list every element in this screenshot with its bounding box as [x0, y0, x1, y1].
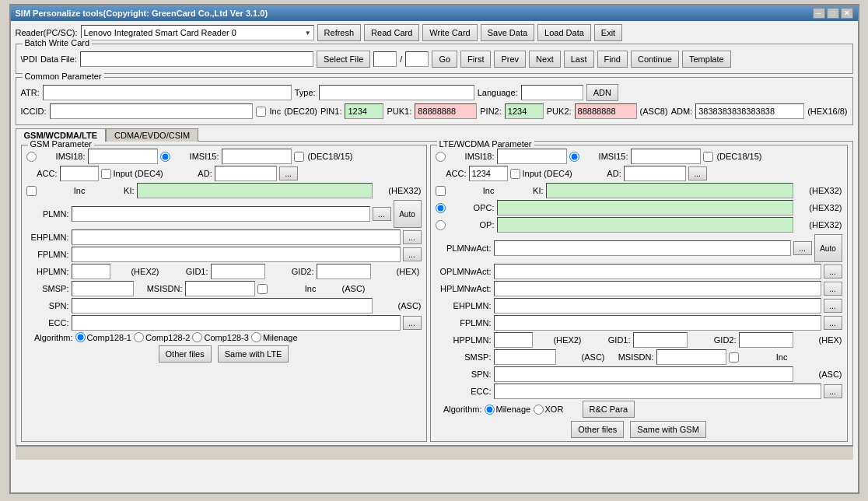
batch-current-input[interactable] [373, 51, 397, 67]
gsm-comp1283-radio[interactable] [192, 332, 202, 342]
gsm-ehplmn-input[interactable] [72, 229, 401, 245]
gsm-fplmn-ellipsis-button[interactable]: ... [403, 247, 422, 261]
lte-opc-input[interactable] [497, 200, 793, 215]
lte-imsi18-input[interactable] [497, 149, 567, 164]
lte-ehplmn-ellipsis-button[interactable]: ... [824, 299, 842, 313]
refresh-button[interactable]: Refresh [317, 24, 362, 41]
maximize-button[interactable]: □ [827, 8, 839, 19]
gsm-imsi15-radio[interactable] [160, 152, 170, 162]
exit-button[interactable]: Exit [594, 24, 622, 41]
gsm-imsi18-radio[interactable] [26, 152, 37, 162]
lte-inc-ki-checkbox[interactable] [436, 186, 446, 196]
gsm-inc-ki-checkbox[interactable] [26, 186, 37, 196]
gsm-imsi15-input[interactable] [222, 149, 292, 164]
gsm-other-files-button[interactable]: Other files [159, 345, 212, 363]
gsm-inc-checkbox[interactable] [294, 152, 304, 162]
lte-op-radio[interactable] [436, 220, 446, 230]
lte-plmnwact-ellipsis-button[interactable]: ... [793, 241, 812, 255]
lte-ki-input[interactable] [546, 183, 793, 198]
gsm-plmn-ellipsis-button[interactable]: ... [373, 207, 391, 221]
go-button[interactable]: Go [432, 51, 457, 68]
iccid-checkbox[interactable] [256, 107, 266, 117]
lte-rnc-para-button[interactable]: R&C Para [583, 401, 635, 418]
select-file-button[interactable]: Select File [317, 51, 370, 68]
lte-gid1-input[interactable] [633, 332, 688, 348]
pin2-input[interactable] [505, 103, 544, 119]
gsm-milenage-radio[interactable] [251, 332, 261, 342]
gsm-fplmn-input[interactable] [72, 247, 401, 262]
lte-hpplmn-input[interactable] [494, 332, 533, 348]
save-data-button[interactable]: Save Data [481, 24, 534, 41]
lte-imsi15-radio[interactable] [569, 152, 579, 162]
gsm-input-dec4-checkbox[interactable] [101, 169, 111, 179]
minimize-button[interactable]: ─ [813, 8, 825, 19]
iccid-input[interactable] [50, 103, 254, 119]
gsm-inc-msisdn-checkbox[interactable] [257, 284, 268, 294]
reader-combo[interactable]: Lenovo Integrated Smart Card Reader 0 ▼ [81, 25, 314, 40]
lte-hplmnwact-input[interactable] [494, 281, 821, 296]
gsm-comp1282-radio[interactable] [134, 332, 144, 342]
adm-input[interactable] [695, 103, 804, 119]
puk2-input[interactable] [575, 103, 637, 119]
lte-gid2-input[interactable] [739, 332, 793, 348]
lte-input-dec4-checkbox[interactable] [510, 169, 520, 179]
data-file-input[interactable] [80, 51, 313, 67]
find-button[interactable]: Find [597, 51, 628, 68]
gsm-msisdn-input[interactable] [185, 281, 255, 296]
lte-oplmnwact-ellipsis-button[interactable]: ... [824, 265, 842, 279]
lte-same-with-gsm-button[interactable]: Same with GSM [630, 421, 705, 438]
lte-hplmnwact-ellipsis-button[interactable]: ... [824, 282, 842, 296]
gsm-ecc-input[interactable] [72, 315, 401, 331]
lte-imsi15-input[interactable] [631, 149, 701, 164]
lte-ad-ellipsis-button[interactable]: ... [688, 166, 707, 180]
gsm-hplmn-input[interactable] [72, 264, 110, 279]
first-button[interactable]: First [460, 51, 491, 68]
lte-fplmn-input[interactable] [494, 315, 821, 331]
gsm-imsi18-input[interactable] [88, 149, 158, 164]
close-button[interactable]: ✕ [841, 8, 853, 19]
gsm-ki-input[interactable] [137, 183, 373, 198]
gsm-plmn-input[interactable] [72, 206, 370, 222]
load-data-button[interactable]: Load Data [537, 24, 591, 41]
lte-auto-button[interactable]: Auto [814, 234, 842, 262]
lte-op-input[interactable] [497, 217, 793, 233]
lte-inc-msisdn-checkbox[interactable] [729, 352, 739, 363]
template-button[interactable]: Template [682, 51, 731, 68]
lte-smsp-input[interactable] [494, 349, 556, 365]
lte-oplmnwact-input[interactable] [494, 264, 821, 279]
next-button[interactable]: Next [529, 51, 561, 68]
lte-spn-input[interactable] [494, 366, 793, 382]
write-card-button[interactable]: Write Card [422, 24, 477, 41]
tab-cdma-evdo-csim[interactable]: CDMA/EVDO/CSIM [106, 128, 198, 142]
lte-ehplmn-input[interactable] [494, 298, 821, 314]
puk1-input[interactable] [415, 103, 477, 119]
batch-total-input[interactable] [405, 51, 429, 67]
gsm-ehplmn-ellipsis-button[interactable]: ... [403, 230, 422, 244]
atr-input[interactable] [43, 85, 292, 100]
lte-opc-radio[interactable] [436, 203, 446, 213]
lte-imsi18-radio[interactable] [436, 152, 446, 162]
lte-plmnwact-input[interactable] [494, 240, 791, 256]
gsm-ecc-ellipsis-button[interactable]: ... [403, 316, 422, 330]
gsm-auto-button[interactable]: Auto [394, 200, 422, 228]
gsm-same-with-lte-button[interactable]: Same with LTE [218, 345, 289, 363]
lte-acc-input[interactable] [469, 166, 508, 181]
last-button[interactable]: Last [564, 51, 594, 68]
lte-other-files-button[interactable]: Other files [571, 421, 624, 438]
type-input[interactable] [319, 85, 474, 100]
gsm-spn-input[interactable] [72, 298, 373, 314]
lte-xor-radio[interactable] [534, 405, 544, 415]
gsm-acc-input[interactable] [60, 166, 99, 181]
gsm-gid1-input[interactable] [211, 264, 265, 279]
gsm-comp1281-radio[interactable] [75, 332, 86, 342]
gsm-gid2-input[interactable] [317, 264, 371, 279]
prev-button[interactable]: Prev [494, 51, 526, 68]
language-input[interactable] [521, 85, 583, 100]
adn-button[interactable]: ADN [586, 84, 618, 101]
gsm-smsp-input[interactable] [72, 281, 134, 296]
gsm-ad-input[interactable] [215, 166, 277, 181]
continue-button[interactable]: Continue [631, 51, 679, 68]
gsm-ad-ellipsis-button[interactable]: ... [279, 166, 298, 180]
lte-ecc-ellipsis-button[interactable]: ... [824, 384, 842, 398]
lte-ad-input[interactable] [624, 166, 686, 181]
